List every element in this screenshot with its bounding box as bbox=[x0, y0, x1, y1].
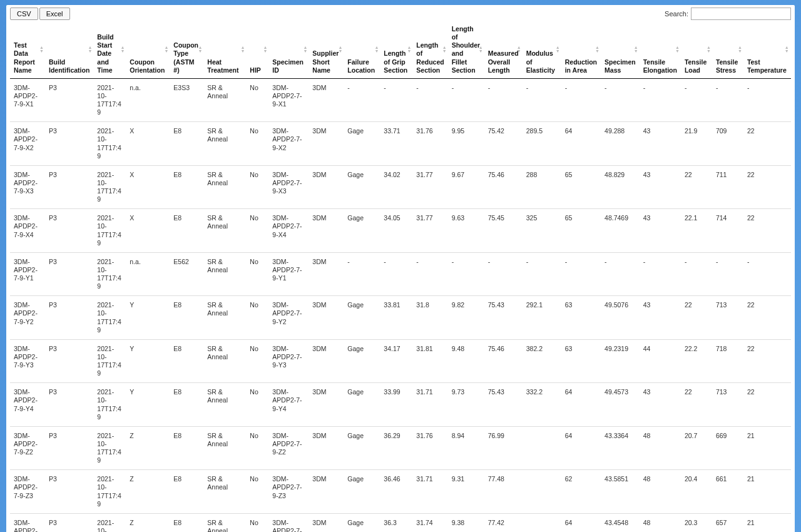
column-header-col17[interactable]: Tensile Elongation▲▼ bbox=[640, 21, 681, 78]
cell: 43 bbox=[640, 165, 681, 209]
cell: 8.94 bbox=[448, 426, 484, 470]
cell: 43 bbox=[640, 383, 681, 427]
cell: 75.46 bbox=[484, 165, 523, 209]
column-header-label: Failure Location bbox=[347, 58, 375, 74]
cell: 332.2 bbox=[523, 383, 561, 427]
cell: X bbox=[126, 165, 170, 209]
cell: Gage bbox=[344, 209, 380, 253]
cell: - bbox=[523, 78, 561, 122]
column-header-col1[interactable]: Build Identification▲▼ bbox=[45, 21, 93, 78]
export-excel-button[interactable]: Excel bbox=[39, 8, 70, 20]
cell: 11.96 bbox=[790, 470, 791, 514]
cell: 3DM bbox=[309, 165, 344, 209]
column-header-col4[interactable]: Coupon Type (ASTM #)▲▼ bbox=[170, 21, 203, 78]
column-header-col16[interactable]: Specimen Mass▲▼ bbox=[601, 21, 640, 78]
cell: 3DM-APDP2-7-9-Y1 bbox=[10, 252, 45, 296]
cell: 714 bbox=[712, 209, 743, 253]
cell: P3 bbox=[45, 470, 93, 514]
column-header-col20[interactable]: Test Temperature▲▼ bbox=[743, 21, 790, 78]
cell: 33.99 bbox=[380, 383, 412, 427]
cell: 36.3 bbox=[380, 513, 412, 532]
column-header-col21[interactable]: Width or Diameter of Grip Section▲▼ bbox=[790, 21, 791, 78]
column-header-col3[interactable]: Coupon Orientation▲▼ bbox=[126, 21, 170, 78]
column-header-col7[interactable]: Specimen ID▲▼ bbox=[268, 21, 309, 78]
cell: P3 bbox=[45, 383, 93, 427]
column-header-col9[interactable]: Failure Location▲▼ bbox=[344, 21, 380, 78]
search-input[interactable] bbox=[691, 8, 791, 20]
cell: 20.4 bbox=[681, 470, 712, 514]
cell: E3S3 bbox=[170, 78, 203, 122]
cell: - bbox=[561, 252, 601, 296]
cell: - bbox=[712, 252, 743, 296]
cell: 3DM-APDP2-7-9-Y4 bbox=[268, 383, 309, 427]
column-header-col0[interactable]: Test Data Report Name▲▼ bbox=[10, 21, 45, 78]
column-header-col14[interactable]: Modulus of Elasticity▲▼ bbox=[523, 21, 561, 78]
cell: 3DM-APDP2-7-9-X1 bbox=[10, 78, 45, 122]
column-header-label: Specimen Mass bbox=[605, 58, 636, 74]
cell: 2021-10-17T17:49 bbox=[93, 78, 126, 122]
cell: 3DM-APDP2-7-9-Y3 bbox=[10, 339, 45, 383]
column-header-col2[interactable]: Build Start Date and Time▲▼ bbox=[93, 21, 126, 78]
column-header-label: Build Start Date and Time bbox=[97, 33, 113, 74]
column-header-col10[interactable]: Length of Grip Section▲▼ bbox=[380, 21, 412, 78]
export-csv-button[interactable]: CSV bbox=[10, 8, 38, 20]
column-header-col15[interactable]: Reduction in Area▲▼ bbox=[561, 21, 601, 78]
cell: 48.829 bbox=[601, 165, 640, 209]
cell: SR & Anneal bbox=[203, 470, 246, 514]
sort-icon: ▲▼ bbox=[675, 46, 680, 53]
column-header-col5[interactable]: Heat Treatment▲▼ bbox=[203, 21, 246, 78]
table-row: 3DM-APDP2-7-9-X1P32021-10-17T17:49n.a.E3… bbox=[10, 78, 791, 122]
cell: 31.77 bbox=[412, 209, 447, 253]
sort-icon: ▲▼ bbox=[338, 46, 342, 53]
cell: 9.67 bbox=[448, 165, 484, 209]
cell: 21 bbox=[743, 470, 790, 514]
cell: No bbox=[246, 165, 268, 209]
cell: 49.5076 bbox=[601, 296, 640, 340]
column-header-col11[interactable]: Length of Reduced Section▲▼ bbox=[412, 21, 447, 78]
cell: - bbox=[640, 252, 681, 296]
cell: 382.2 bbox=[523, 339, 561, 383]
cell: No bbox=[246, 470, 268, 514]
sort-icon: ▲▼ bbox=[120, 46, 125, 53]
cell: 11.94 bbox=[790, 513, 791, 532]
column-header-col12[interactable]: Length of Shoulder and Fillet Section▲▼ bbox=[448, 21, 484, 78]
column-header-col13[interactable]: Measured Overall Length▲▼ bbox=[484, 21, 523, 78]
cell: Gage bbox=[344, 122, 380, 166]
cell: 3DM-APDP2-7-9-Y2 bbox=[10, 296, 45, 340]
column-header-col8[interactable]: Supplier Short Name▲▼ bbox=[309, 21, 344, 78]
cell: 661 bbox=[712, 470, 743, 514]
cell: 3DM bbox=[309, 209, 344, 253]
cell: 713 bbox=[712, 383, 743, 427]
cell: 3DM-APDP2-7-9-Z4 bbox=[268, 513, 309, 532]
column-header-label: Measured Overall Length bbox=[488, 49, 519, 73]
cell: 49.288 bbox=[601, 122, 640, 166]
cell: 36.29 bbox=[380, 426, 412, 470]
column-header-col18[interactable]: Tensile Load▲▼ bbox=[681, 21, 712, 78]
cell bbox=[523, 470, 561, 514]
cell: 31.71 bbox=[412, 383, 447, 427]
cell: 22.1 bbox=[681, 209, 712, 253]
cell: 75.46 bbox=[484, 339, 523, 383]
column-header-label: HIP bbox=[250, 66, 261, 74]
cell: 63 bbox=[561, 296, 601, 340]
cell: P3 bbox=[45, 78, 93, 122]
cell: 31.76 bbox=[412, 426, 447, 470]
column-header-col19[interactable]: Tensile Stress▲▼ bbox=[712, 21, 743, 78]
cell: 3DM-APDP2-7-9-Y2 bbox=[268, 296, 309, 340]
cell: Z bbox=[126, 426, 170, 470]
cell: 9.95 bbox=[448, 122, 484, 166]
column-header-col6[interactable]: HIP▲▼ bbox=[246, 21, 268, 78]
cell: 20.3 bbox=[681, 513, 712, 532]
cell: 3DM bbox=[309, 78, 344, 122]
column-header-label: Tensile Elongation bbox=[643, 58, 677, 74]
cell: 76.99 bbox=[484, 426, 523, 470]
table-scroll[interactable]: Test Data Report Name▲▼Build Identificat… bbox=[10, 21, 791, 532]
content-panel: CSV Excel Search: Test Data Report Name▲… bbox=[6, 5, 795, 532]
table-row: 3DM-APDP2-7-9-Y3P32021-10-17T17:49YE8SR … bbox=[10, 339, 791, 383]
cell: P3 bbox=[45, 209, 93, 253]
cell: E8 bbox=[170, 470, 203, 514]
cell: - bbox=[743, 252, 790, 296]
cell: P3 bbox=[45, 339, 93, 383]
cell: Gage bbox=[344, 165, 380, 209]
column-header-label: Length of Shoulder and Fillet Section bbox=[452, 25, 481, 74]
